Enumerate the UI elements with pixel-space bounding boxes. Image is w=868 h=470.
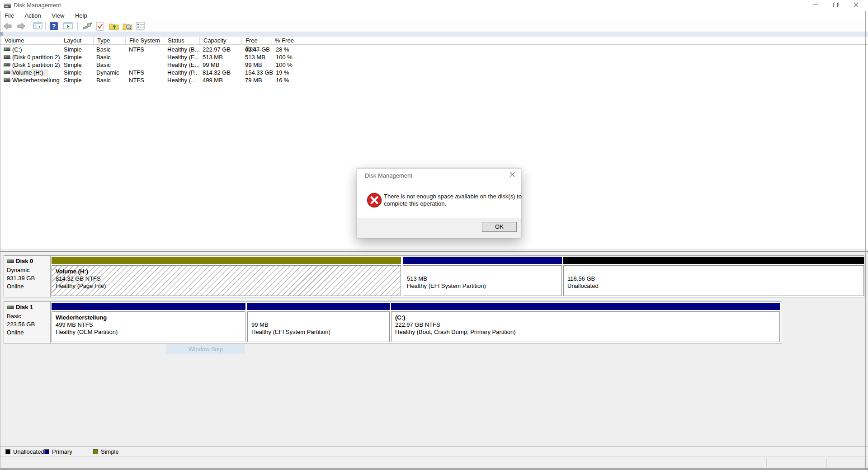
check-disk-button[interactable]	[95, 22, 106, 31]
disk-icon	[7, 259, 14, 263]
folder-search-icon	[123, 22, 132, 31]
back-button[interactable]	[3, 22, 14, 31]
column-header-capacity[interactable]: Capacity	[200, 37, 242, 45]
partition-size: 513 MB	[407, 275, 427, 282]
partition-size: 222.97 GB NTFS	[395, 321, 440, 329]
partition-efi-disk1[interactable]: 99 MB Healthy (EFI System Partition)	[247, 311, 390, 342]
column-header-layout[interactable]: Layout	[60, 37, 94, 45]
cell-type: Basic	[96, 61, 111, 69]
close-icon	[509, 172, 515, 177]
partition-name: (C:)	[395, 314, 405, 321]
minimize-button[interactable]	[805, 0, 826, 11]
disk-0-row: Disk 0 Dynamic 931.39 GB Online Volume (…	[4, 255, 864, 297]
cell-layout: Simple	[64, 61, 82, 69]
disk-1-label[interactable]: Disk 1 Basic 223.56 GB Online	[4, 302, 51, 343]
maximize-button[interactable]	[826, 0, 846, 11]
column-header-status[interactable]: Status	[164, 37, 200, 45]
folder-up-arrow-icon	[109, 22, 119, 31]
toolbar-separator	[30, 22, 30, 30]
partition-c-drive[interactable]: (C:) 222.97 GB NTFS Healthy (Boot, Crash…	[391, 311, 780, 342]
volume-icon	[4, 70, 10, 74]
volume-row[interactable]: (Disk 0 partition 2) Simple Basic Health…	[0, 53, 868, 61]
folder-search-button[interactable]	[123, 22, 133, 31]
legend: Unallocated Primary partition Simple vol…	[0, 447, 868, 456]
statusbar-separator	[766, 458, 767, 467]
menu-item-view[interactable]: View	[47, 11, 69, 21]
volume-row[interactable]: Wiederherstellung Simple Basic NTFS Heal…	[0, 76, 868, 84]
partition-size: 116.56 GB	[567, 275, 595, 282]
cell-layout: Simple	[64, 46, 82, 53]
action-pane-icon	[63, 22, 73, 30]
volume-row-selected[interactable]: Volume (H:) Simple Dynamic NTFS Healthy …	[0, 69, 868, 76]
help-icon: ?	[49, 22, 58, 31]
toolbar-separator	[77, 22, 78, 30]
dialog-message: There is not enough space available on t…	[384, 193, 534, 207]
ok-button[interactable]: OK	[482, 222, 517, 232]
volume-icon	[4, 78, 10, 82]
cell-capacity: 513 MB	[203, 53, 223, 61]
disk-icon	[7, 306, 14, 309]
cell-layout: Simple	[64, 76, 82, 84]
disk-name: Disk 0	[16, 258, 33, 264]
cell-free-space: 154.33 GB	[245, 69, 273, 76]
column-header-type[interactable]: Type	[94, 37, 126, 45]
cell-volume: (Disk 0 partition 2)	[12, 53, 60, 61]
column-header-volume[interactable]: Volume	[1, 37, 60, 45]
disk-type: Dynamic	[7, 267, 30, 273]
partition-volume-h[interactable]: Volume (H:) 814.32 GB NTFS Healthy (Page…	[52, 265, 401, 296]
window-left-edge	[0, 11, 0, 468]
partition-header-primary	[391, 303, 780, 310]
column-header-pct-free[interactable]: % Free	[271, 37, 314, 45]
legend-swatch-unallocated	[5, 449, 10, 454]
help-button[interactable]: ?	[49, 22, 60, 31]
dialog-title: Disk Management	[365, 172, 412, 179]
window-right-edge	[865, 11, 866, 468]
menubar: File Action View Help	[0, 11, 868, 21]
disk-0-label[interactable]: Disk 0 Dynamic 931.39 GB Online	[4, 256, 51, 297]
show-console-tree-button[interactable]	[33, 22, 44, 31]
error-icon	[366, 192, 382, 208]
volume-list-header: Volume Layout Type File System Status Ca…	[0, 36, 868, 45]
forward-button[interactable]	[16, 22, 27, 31]
menu-item-action[interactable]: Action	[20, 11, 46, 21]
dialog-close-button[interactable]	[509, 172, 515, 179]
cell-pct-free: 100 %	[276, 53, 292, 61]
window-title: Disk Management	[14, 0, 61, 11]
scan-tool-icon	[82, 22, 93, 31]
partition-health: Healthy (Page File)	[56, 282, 106, 290]
volume-row[interactable]: (Disk 1 partition 2) Simple Basic Health…	[0, 61, 868, 69]
pane-top-strip	[0, 32, 868, 36]
menu-item-help[interactable]: Help	[71, 11, 92, 21]
close-button[interactable]	[846, 0, 866, 11]
volume-row[interactable]: (C:) Simple Basic NTFS Healthy (B... 222…	[0, 46, 868, 53]
cell-free-space: 79 MB	[245, 76, 262, 84]
close-icon	[854, 2, 859, 7]
cell-volume: Wiederherstellung	[12, 76, 60, 84]
cell-capacity: 99 MB	[203, 61, 220, 69]
column-header-free-space[interactable]: Free Spa...	[242, 37, 271, 45]
pane-splitter[interactable]	[0, 251, 868, 252]
error-dialog: Disk Management There is not enough spac…	[357, 168, 521, 238]
column-header-file-system[interactable]: File System	[126, 37, 164, 45]
show-action-pane-button[interactable]	[63, 22, 74, 31]
rescan-disks-button[interactable]	[82, 22, 93, 31]
cell-capacity: 499 MB	[203, 76, 223, 84]
cell-status: Healthy (...	[167, 76, 196, 84]
cell-capacity: 814.32 GB	[203, 69, 231, 76]
disk-management-window: { "window": { "title": "Disk Management"…	[0, 0, 868, 470]
disk-name: Disk 1	[16, 304, 33, 310]
partition-unallocated[interactable]: 116.56 GB Unallocated	[563, 265, 864, 296]
volume-icon	[4, 47, 10, 51]
partition-wiederherstellung[interactable]: Wiederherstellung 499 MB NTFS Healthy (O…	[52, 311, 245, 342]
menu-item-file[interactable]: File	[0, 11, 19, 21]
check-document-icon	[95, 22, 104, 31]
partition-size: 99 MB	[251, 321, 269, 329]
cell-file-system: NTFS	[129, 69, 144, 76]
partition-efi-disk0[interactable]: 513 MB Healthy (EFI System Partition)	[403, 265, 562, 296]
folder-up-button[interactable]	[109, 22, 120, 31]
cell-layout: Simple	[64, 69, 82, 76]
app-icon	[4, 2, 11, 9]
properties-list-button[interactable]	[136, 22, 146, 31]
svg-text:?: ?	[52, 23, 56, 30]
cell-pct-free: 19 %	[276, 69, 289, 76]
